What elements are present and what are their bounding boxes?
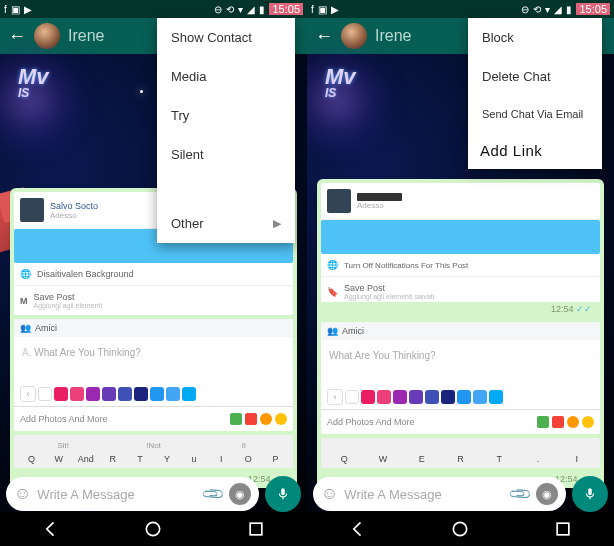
key[interactable]: P <box>262 454 289 464</box>
fb-compose-placeholder[interactable]: A. What Are You Thinking? <box>14 337 293 382</box>
swatch[interactable] <box>102 387 116 401</box>
mic-button[interactable] <box>265 476 301 512</box>
key[interactable]: . <box>519 454 558 464</box>
swatch[interactable] <box>489 390 503 404</box>
palette-back-icon[interactable]: ‹ <box>327 389 343 405</box>
message-placeholder: Write A Message <box>344 487 505 502</box>
key[interactable]: And <box>72 454 99 464</box>
fb-post-card: Adesso 🌐 Turn Off Notifications For This… <box>321 183 600 318</box>
menu-blank[interactable] <box>157 174 295 204</box>
fb-post-image <box>321 220 600 254</box>
menu-delete-chat[interactable]: Delete Chat <box>468 57 602 96</box>
swatch[interactable] <box>70 387 84 401</box>
signal-icon: ◢ <box>247 4 255 15</box>
key[interactable]: u <box>181 454 208 464</box>
menu-media[interactable]: Media <box>157 57 295 96</box>
key[interactable]: Q <box>18 454 45 464</box>
fb-action-save[interactable]: M Save Post Aggiungi agli elementi <box>14 286 293 315</box>
message-input[interactable]: ☺ Write A Message 📎 ◉ <box>313 477 566 511</box>
fb-audience[interactable]: 👥Amici <box>14 319 293 337</box>
swatch[interactable] <box>361 390 375 404</box>
swatch[interactable] <box>182 387 196 401</box>
camera-icon[interactable]: ◉ <box>229 483 251 505</box>
key[interactable]: R <box>441 454 480 464</box>
keyboard-preview: Q W E R T . I <box>321 438 600 468</box>
suggestion[interactable]: !Not <box>108 441 198 450</box>
swatch[interactable] <box>118 387 132 401</box>
fb-action-notif[interactable]: 🌐 Turn Off Notifications For This Post <box>321 254 600 277</box>
swatch[interactable] <box>441 390 455 404</box>
swatch[interactable] <box>409 390 423 404</box>
play-icon: ▶ <box>331 4 339 15</box>
menu-block[interactable]: Block <box>468 18 602 57</box>
swatch[interactable] <box>393 390 407 404</box>
add-photos-row[interactable]: Add Photos And More <box>321 409 600 434</box>
svg-rect-1 <box>250 523 262 535</box>
chevron-right-icon: ▶ <box>273 217 281 230</box>
key[interactable]: I <box>208 454 235 464</box>
key[interactable]: T <box>480 454 519 464</box>
bookmark-icon: M <box>20 296 28 306</box>
swatch[interactable] <box>38 387 52 401</box>
swatch[interactable] <box>166 387 180 401</box>
suggestion[interactable]: Sit! <box>18 441 108 450</box>
emoji-icon[interactable]: ☺ <box>321 484 338 504</box>
video-icon <box>245 413 257 425</box>
key[interactable]: W <box>45 454 72 464</box>
recent-icon[interactable] <box>246 519 266 539</box>
fb-compose-placeholder[interactable]: What Are You Thinking? <box>321 340 600 385</box>
attach-icon[interactable]: 📎 <box>200 481 226 507</box>
key[interactable]: Y <box>153 454 180 464</box>
swatch[interactable] <box>457 390 471 404</box>
swatch[interactable] <box>134 387 148 401</box>
input-bar: ☺ Write A Message 📎 ◉ <box>6 476 301 512</box>
key[interactable]: O <box>235 454 262 464</box>
swatch[interactable] <box>345 390 359 404</box>
suggestion[interactable]: Il <box>199 441 289 450</box>
key[interactable]: T <box>126 454 153 464</box>
menu-silent[interactable]: Silent <box>157 135 295 174</box>
menu-other[interactable]: Other▶ <box>157 204 295 243</box>
location-icon <box>260 413 272 425</box>
menu-add-link[interactable]: Add Link <box>468 132 602 169</box>
fb-notif-label: Turn Off Notifications For This Post <box>344 261 468 270</box>
menu-send-email[interactable]: Send Chat Via Email <box>468 96 602 132</box>
status-bar: f ▣ ▶ ⊖ ⟲ ▾ ◢ ▮ 15:05 <box>0 0 307 18</box>
swatch[interactable] <box>54 387 68 401</box>
key[interactable]: Q <box>325 454 364 464</box>
fb-action-notif[interactable]: 🌐 Disaitivalen Background <box>14 263 293 286</box>
back-icon[interactable] <box>348 519 368 539</box>
home-icon[interactable] <box>143 519 163 539</box>
key[interactable]: R <box>99 454 126 464</box>
contact-name[interactable]: Irene <box>68 27 104 45</box>
contact-name[interactable]: Irene <box>375 27 411 45</box>
swatch[interactable] <box>425 390 439 404</box>
key[interactable]: I <box>557 454 596 464</box>
facebook-icon: f <box>311 4 314 15</box>
swatch[interactable] <box>377 390 391 404</box>
attach-icon[interactable]: 📎 <box>507 481 533 507</box>
alarm-icon: ⊖ <box>214 4 222 15</box>
message-bubble[interactable]: Adesso 🌐 Turn Off Notifications For This… <box>317 179 604 488</box>
fb-save-label: Save Post <box>34 292 103 302</box>
menu-show-contact[interactable]: Show Contact <box>157 18 295 57</box>
swatch[interactable] <box>86 387 100 401</box>
key[interactable]: W <box>364 454 403 464</box>
emoji-icon <box>582 416 594 428</box>
palette-back-icon[interactable]: ‹ <box>20 386 36 402</box>
fb-audience[interactable]: 👥Amici <box>321 322 600 340</box>
swatch[interactable] <box>150 387 164 401</box>
recent-icon[interactable] <box>553 519 573 539</box>
facebook-icon: f <box>4 4 7 15</box>
emoji-icon[interactable]: ☺ <box>14 484 31 504</box>
key[interactable]: E <box>402 454 441 464</box>
add-photos-row[interactable]: Add Photos And More <box>14 406 293 431</box>
message-input[interactable]: ☺ Write A Message 📎 ◉ <box>6 477 259 511</box>
back-icon[interactable] <box>41 519 61 539</box>
mic-button[interactable] <box>572 476 608 512</box>
color-palette: ‹ <box>14 382 293 406</box>
home-icon[interactable] <box>450 519 470 539</box>
swatch[interactable] <box>473 390 487 404</box>
camera-icon[interactable]: ◉ <box>536 483 558 505</box>
menu-try[interactable]: Try <box>157 96 295 135</box>
